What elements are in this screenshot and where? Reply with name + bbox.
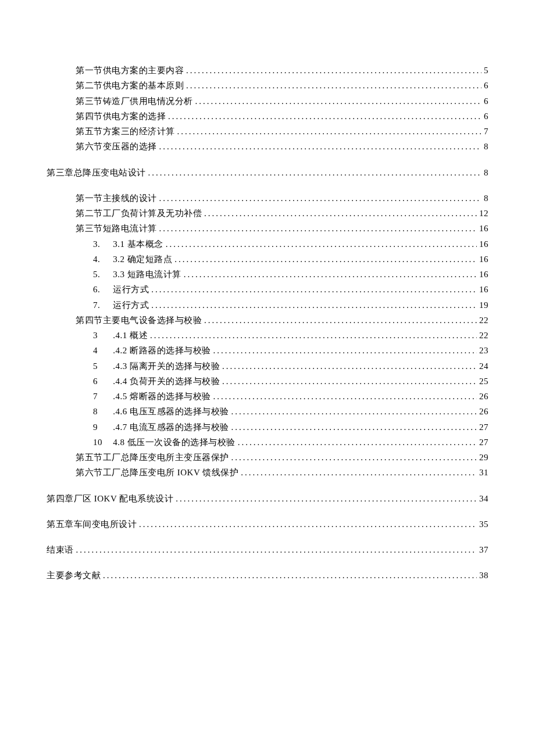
toc-entry-text: 第四节主要电气设备选择与校验 — [76, 313, 202, 328]
toc-entry: 5. 3.3 短路电流计算16 — [47, 267, 488, 282]
toc-entry-text: 6 .4.4 负荷开关的选择与校验 — [93, 374, 220, 389]
toc-entry-text: 8 .4.6 电压互感器的选择与校验 — [93, 404, 229, 419]
toc-entry-number: 4. — [93, 252, 107, 267]
toc-leader-dots — [159, 221, 477, 236]
toc-leader-dots — [176, 491, 477, 506]
toc-entry-number: 3 — [93, 328, 107, 343]
toc-entry: 9 .4.7 电流互感器的选择与校验27 — [47, 420, 488, 435]
toc-leader-dots — [222, 374, 477, 389]
toc-leader-dots — [238, 435, 477, 450]
toc-entry-text: 第六节变压器的选择 — [76, 139, 157, 154]
toc-entry-text: 第四章厂区 IOKV 配电系统设计 — [47, 491, 173, 506]
toc-entry-text: 3. 3.1 基本概念 — [93, 237, 163, 252]
toc-entry-text: 第一节主接线的设计 — [76, 191, 157, 206]
toc-entry-page: 6 — [484, 109, 488, 124]
toc-entry-page: 8 — [484, 139, 488, 154]
toc-entry-page: 16 — [479, 282, 488, 297]
toc-entry-text: 第五节方案三的经济计算 — [76, 124, 175, 139]
toc-entry-number: 10 — [93, 435, 107, 450]
toc-entry-number: 7. — [93, 298, 107, 313]
toc-entry: 第四章厂区 IOKV 配电系统设计34 — [47, 491, 488, 506]
toc-entry-text: 第一节供电方案的主要内容 — [76, 63, 184, 78]
toc-entry: 第四节供电方案的选择6 — [47, 109, 488, 124]
toc-entry-text: 10 4.8 低压一次设备的选择与校验 — [93, 435, 236, 450]
toc-leader-dots — [174, 252, 477, 267]
toc-entry-page: 6 — [484, 94, 488, 109]
toc-entry-page: 19 — [479, 298, 488, 313]
toc-entry: 第三节短路电流计算16 — [47, 221, 488, 236]
toc-entry-page: 23 — [479, 343, 488, 358]
toc-leader-dots — [151, 298, 477, 313]
toc-leader-dots — [177, 124, 482, 139]
toc-leader-dots — [184, 267, 477, 282]
toc-leader-dots — [150, 328, 477, 343]
toc-entry-page: 6 — [484, 78, 488, 93]
toc-entry-page: 34 — [479, 491, 488, 506]
toc-entry: 3 .4.1 概述22 — [47, 328, 488, 343]
toc-entry-page: 16 — [479, 221, 488, 236]
toc-leader-dots — [103, 568, 477, 583]
toc-leader-dots — [231, 404, 477, 419]
toc-entry-page: 37 — [479, 542, 488, 557]
toc-leader-dots — [213, 343, 477, 358]
toc-entry: 结束语37 — [47, 542, 488, 557]
toc-entry-page: 16 — [479, 267, 488, 282]
toc-leader-dots — [166, 237, 477, 252]
toc-leader-dots — [159, 139, 482, 154]
toc-entry-page: 8 — [484, 165, 488, 180]
toc-entry-number: 9 — [93, 420, 107, 435]
toc-entry-page: 29 — [479, 450, 488, 465]
toc-entry-page: 22 — [479, 313, 488, 328]
toc-entry-number: 7 — [93, 389, 107, 404]
toc-entry: 7. 运行方式19 — [47, 298, 488, 313]
toc-entry: 第五章车间变电所设计35 — [47, 517, 488, 532]
table-of-contents: 第一节供电方案的主要内容5第二节供电方案的基本原则6第三节铸造厂供用电情况分析6… — [47, 63, 488, 583]
toc-entry-text: 结束语 — [47, 542, 74, 557]
toc-leader-dots — [186, 78, 482, 93]
toc-entry-page: 5 — [484, 63, 488, 78]
toc-entry: 4. 3.2 确定短路点16 — [47, 252, 488, 267]
toc-entry: 第一节供电方案的主要内容5 — [47, 63, 488, 78]
toc-leader-dots — [151, 282, 477, 297]
toc-leader-dots — [204, 313, 477, 328]
toc-leader-dots — [76, 542, 477, 557]
toc-entry-text: 4. 3.2 确定短路点 — [93, 252, 172, 267]
toc-entry-text: 6. 运行方式 — [93, 282, 149, 297]
toc-entry-page: 26 — [479, 389, 488, 404]
toc-entry-number: 5 — [93, 359, 107, 374]
toc-leader-dots — [148, 165, 482, 180]
toc-entry: 第四节主要电气设备选择与校验22 — [47, 313, 488, 328]
toc-entry-text: 主要参考文献 — [47, 568, 101, 583]
toc-entry: 第三章总降压变电站设计8 — [47, 165, 488, 180]
toc-entry-number: 6. — [93, 282, 107, 297]
toc-entry: 第五节方案三的经济计算7 — [47, 124, 488, 139]
toc-leader-dots — [231, 450, 477, 465]
toc-entry-text: 第三节铸造厂供用电情况分析 — [76, 94, 193, 109]
toc-entry-number: 4 — [93, 343, 107, 358]
toc-entry-number: 3. — [93, 237, 107, 252]
toc-entry-page: 16 — [479, 237, 488, 252]
toc-entry-number: 5. — [93, 267, 107, 282]
toc-entry-text: 第五章车间变电所设计 — [47, 517, 137, 532]
toc-entry-page: 25 — [479, 374, 488, 389]
toc-entry-text: 7. 运行方式 — [93, 298, 149, 313]
toc-entry: 第五节工厂总降压变电所主变压器保护29 — [47, 450, 488, 465]
toc-leader-dots — [231, 420, 477, 435]
toc-entry-number: 6 — [93, 374, 107, 389]
toc-entry-page: 27 — [479, 435, 488, 450]
toc-entry-text: 第四节供电方案的选择 — [76, 109, 166, 124]
toc-entry: 3. 3.1 基本概念16 — [47, 237, 488, 252]
toc-entry: 10 4.8 低压一次设备的选择与校验27 — [47, 435, 488, 450]
toc-entry-page: 31 — [479, 465, 488, 480]
toc-entry-page: 24 — [479, 359, 488, 374]
toc-entry-text: 第二节工厂负荷计算及无功补偿 — [76, 206, 202, 221]
toc-entry-page: 7 — [484, 124, 488, 139]
toc-entry-page: 8 — [484, 191, 488, 206]
toc-entry: 第六节工厂总降压变电所 IOKV 馈线保护31 — [47, 465, 488, 480]
toc-entry-text: 5 .4.3 隔离开关的选择与校验 — [93, 359, 220, 374]
toc-entry-text: 第三章总降压变电站设计 — [47, 165, 146, 180]
toc-entry-text: 5. 3.3 短路电流计算 — [93, 267, 181, 282]
toc-entry-page: 16 — [479, 252, 488, 267]
toc-entry-text: 4 .4.2 断路器的选择与校验 — [93, 343, 211, 358]
toc-entry: 4 .4.2 断路器的选择与校验23 — [47, 343, 488, 358]
